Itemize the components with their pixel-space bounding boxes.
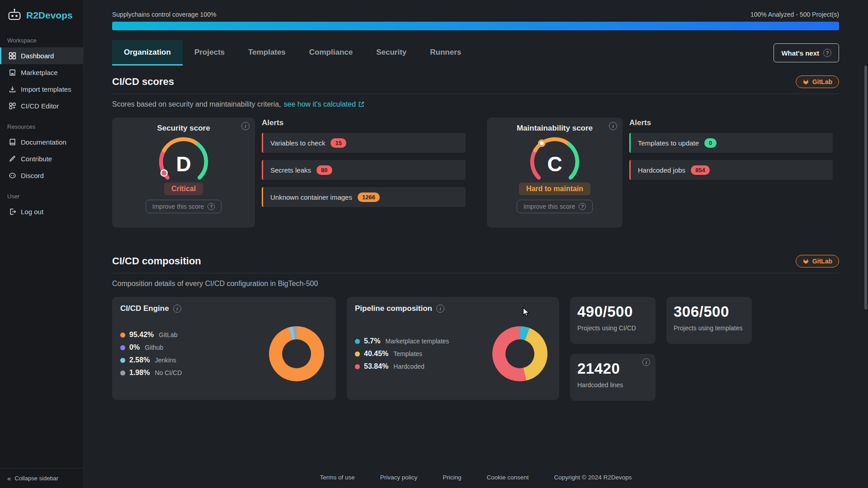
pipeline-body: 5.7% Marketplace templates 40.45% Templa… xyxy=(355,318,551,390)
sidebar-item-marketplace[interactable]: Marketplace xyxy=(0,64,83,81)
sidebar-item-cicd-editor[interactable]: CI/CD Editor xyxy=(0,98,83,114)
sidebar-section-resources: Resources xyxy=(7,123,76,130)
sidebar-item-contribute[interactable]: Contribute xyxy=(0,150,83,167)
tab-bar: Organization Projects Templates Complian… xyxy=(112,40,473,66)
alert-variables-to-check[interactable]: Variables to check 15 xyxy=(262,133,466,153)
improve-security-score-button[interactable]: Improve this score xyxy=(146,200,222,213)
alert-label: Secrets leaks xyxy=(270,166,311,174)
security-alerts: Alerts Variables to check 15 Secrets lea… xyxy=(262,117,466,214)
alert-count-badge: 854 xyxy=(691,165,710,175)
footer-link-cookie[interactable]: Cookie consent xyxy=(486,474,528,481)
improve-label: Improve this score xyxy=(152,203,204,210)
main-content: Supplychains control coverage 100% 100% … xyxy=(84,0,868,488)
cicd-engine-title-row: CI/CD Engine xyxy=(120,304,328,313)
stats-grid: 490/500 Projects using CI/CD 306/500 Pro… xyxy=(570,297,752,401)
legend-pct: 53.84% xyxy=(364,362,388,371)
info-icon[interactable] xyxy=(642,358,650,366)
tab-projects[interactable]: Projects xyxy=(183,40,236,66)
maintainability-alerts-heading: Alerts xyxy=(629,118,833,127)
legend-label: Jenkins xyxy=(155,357,176,364)
sidebar-item-dashboard[interactable]: Dashboard xyxy=(0,47,83,64)
security-grade-letter: D xyxy=(150,152,217,176)
tab-runners[interactable]: Runners xyxy=(418,40,473,66)
tab-compliance[interactable]: Compliance xyxy=(297,40,364,66)
scores-heading: CI/CD scores xyxy=(112,76,174,88)
maintainability-score-gauge: C xyxy=(521,135,589,183)
question-icon xyxy=(208,203,215,210)
sidebar-section-workspace: Workspace xyxy=(7,37,76,44)
info-icon[interactable] xyxy=(241,122,250,130)
info-icon[interactable] xyxy=(436,305,444,313)
legend-pct: 2.58% xyxy=(129,356,150,364)
sidebar-item-discord[interactable]: Discord xyxy=(0,167,83,184)
alert-hardcoded-jobs[interactable]: Hardcoded jobs 854 xyxy=(629,160,833,180)
maintainability-gauge-marker xyxy=(539,141,544,146)
analyzed-label: 100% Analyzed - 500 Project(s) xyxy=(750,11,839,18)
footer-link-pricing[interactable]: Pricing xyxy=(443,474,461,481)
external-link-icon xyxy=(358,101,364,108)
security-score-gauge: D xyxy=(150,135,217,183)
alert-secrets-leaks[interactable]: Secrets leaks 80 xyxy=(262,160,466,180)
stat-hardcoded-lines: 21420 Hardcoded lines xyxy=(570,354,656,401)
info-icon[interactable] xyxy=(173,305,181,313)
sidebar: R2Devops Workspace Dashboard Marketplace… xyxy=(0,0,84,488)
documentation-icon xyxy=(9,138,16,146)
cicd-editor-icon xyxy=(9,102,16,110)
alert-label: Hardcoded jobs xyxy=(638,166,685,174)
stat-label: Hardcoded lines xyxy=(577,381,648,389)
security-score-card: Security score D Critical Improve this s… xyxy=(112,117,255,228)
gitlab-badge-scores[interactable]: GitLab xyxy=(796,75,839,88)
chevrons-left-icon xyxy=(7,474,11,482)
sidebar-item-label: Contribute xyxy=(21,155,52,163)
gitlab-badge-composition[interactable]: GitLab xyxy=(796,255,839,267)
alert-label: Templates to update xyxy=(638,139,699,147)
sidebar-item-documentation[interactable]: Documentation xyxy=(0,134,83,150)
sidebar-item-logout[interactable]: Log out xyxy=(0,203,83,220)
sidebar-item-import-templates[interactable]: Import templates xyxy=(0,81,83,98)
footer-link-privacy[interactable]: Privacy policy xyxy=(380,474,418,481)
legend-item: 0% Github xyxy=(120,343,182,352)
maintainability-score-title: Maintainability score xyxy=(493,124,616,133)
gitlab-badge-label: GitLab xyxy=(812,258,832,265)
legend-dot xyxy=(120,371,125,375)
legend-label: No CI/CD xyxy=(155,369,182,376)
collapse-sidebar-button[interactable]: Collapse sidebar xyxy=(0,468,83,488)
footer-copyright: Copyright © 2024 R2Devops xyxy=(554,474,632,481)
discord-icon xyxy=(9,172,16,179)
footer-link-terms[interactable]: Terms of use xyxy=(320,474,354,481)
cicd-engine-legend: 95.42% GitLab 0% Github 2.58% Jenkins xyxy=(120,326,182,381)
legend-dot xyxy=(120,333,125,338)
maintainability-score-card: Maintainability score C Hard to maintain… xyxy=(487,117,623,228)
info-icon[interactable] xyxy=(609,122,617,130)
legend-item: 1.98% No CI/CD xyxy=(120,369,182,377)
alert-count-badge: 15 xyxy=(330,138,346,148)
see-how-calculated-link[interactable]: see how it's calculated xyxy=(284,100,365,108)
legend-dot xyxy=(355,364,360,369)
legend-label: Github xyxy=(145,344,163,351)
tab-templates[interactable]: Templates xyxy=(236,40,297,66)
legend-item: 53.84% Hardcoded xyxy=(355,362,449,371)
stat-value: 490/500 xyxy=(577,303,648,320)
whats-next-button[interactable]: What's next xyxy=(774,43,839,62)
alert-templates-to-update[interactable]: Templates to update 0 xyxy=(629,133,833,153)
pipeline-title-row: Pipeline composition xyxy=(355,304,551,313)
improve-maintainability-score-button[interactable]: Improve this score xyxy=(517,200,593,213)
stat-value: 21420 xyxy=(577,360,648,377)
alert-count-badge: 1266 xyxy=(358,192,380,202)
pipeline-legend: 5.7% Marketplace templates 40.45% Templa… xyxy=(355,333,449,375)
scrollbar[interactable] xyxy=(864,66,867,310)
scores-subtitle: Scores based on security and maintainabi… xyxy=(112,100,839,108)
pipeline-title: Pipeline composition xyxy=(355,304,432,313)
pipeline-composition-donut-chart xyxy=(492,326,547,381)
stat-value: 306/500 xyxy=(674,303,745,320)
alert-unknown-container-images[interactable]: Unknown container images 1266 xyxy=(262,187,466,207)
alert-label: Unknown container images xyxy=(270,193,352,201)
tab-organization[interactable]: Organization xyxy=(112,40,183,66)
cicd-engine-title: CI/CD Engine xyxy=(120,304,169,313)
security-score-title: Security score xyxy=(118,124,249,133)
legend-label: Marketplace templates xyxy=(385,338,449,345)
tab-security[interactable]: Security xyxy=(364,40,418,66)
question-icon xyxy=(823,49,831,57)
alert-count-badge: 0 xyxy=(704,138,717,148)
tabs-row: Organization Projects Templates Complian… xyxy=(112,40,839,66)
